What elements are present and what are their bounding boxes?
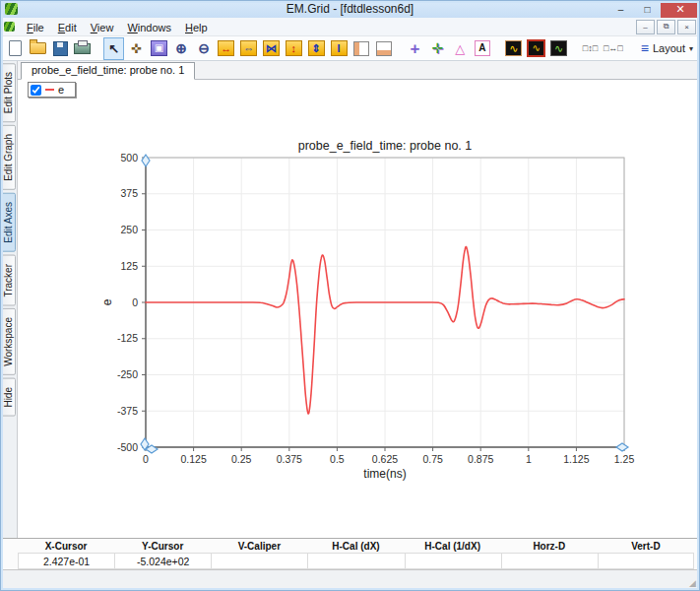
chart-canvas[interactable]: 5003752501250-125-250-375-50000.1250.250… [18,80,700,540]
side-tab-workspace[interactable]: Workspace [1,308,16,375]
side-tab-hide[interactable]: Hide [1,378,16,417]
readout-header: Y-Cursor [114,539,211,553]
readout-col-v-caliper: V-Caliper [211,539,307,569]
x-tick-label: 0.625 [372,453,398,465]
close-button[interactable]: ✕ [661,0,700,18]
side-tab-edit-axes[interactable]: Edit Axes [1,193,16,252]
tab-probe-e-field-time[interactable]: probe_e_field_time: probe no. 1 [21,62,195,80]
y-tick-label: -375 [117,405,138,417]
stretch-x-icon[interactable]: ⇔ [238,37,259,60]
plot-multi-icon[interactable]: ∿ [548,37,569,60]
x-axis-label: time(ns) [363,467,406,481]
dropdown-caret-icon: ▾ [689,44,693,53]
side-tab-edit-plots[interactable]: Edit Plots [1,63,16,122]
readout-header: X-Cursor [18,539,114,553]
y-tick-label: 0 [132,296,138,308]
menu-view[interactable]: View [84,21,121,34]
chart-title: probe_e_field_time: probe no. 1 [298,139,473,153]
mdi-minimize-button[interactable]: – [636,20,655,34]
text-label-icon[interactable]: A [473,37,493,60]
compress-x-icon[interactable]: ⋈ [261,37,282,60]
y-tick-label: 375 [120,187,138,199]
menu-items: FileEditViewWindowsHelp [20,18,215,35]
select-arrow-icon[interactable]: ↖ [103,37,124,60]
x-tick-label: 0.5 [330,453,345,465]
cursor-readout-bar: X-Cursor2.427e-01Y-Cursor-5.024e+02V-Cal… [0,538,700,569]
print-icon[interactable] [72,37,93,60]
expand-x-icon[interactable]: ↔ [216,37,236,60]
y-tick-label: -500 [117,441,138,453]
zoom-in-icon[interactable]: ⊕ [171,37,192,60]
title-bar: EM.Grid - [fdtdlesson6d] – □ ✕ [0,0,700,18]
readout-value [598,553,694,569]
readout-header: Vert-D [598,539,694,553]
mdi-restore-button[interactable]: ⧉ [657,20,675,34]
readout-col-horz-d: Horz-D [501,539,598,569]
readout-col-h-cal-1-dx: H-Cal (1/dX) [405,539,501,569]
x-tick-label: 0.875 [468,453,493,465]
side-tab-strip: Edit PlotsEdit GraphEdit AxesTrackerWork… [0,61,18,538]
maximize-button[interactable]: □ [634,0,661,18]
legend-line-sample [45,89,54,91]
horizontal-spacing-icon[interactable]: □↔□ [603,37,624,60]
axis-handle-icon [142,155,150,166]
window-title: EM.Grid - [fdtdlesson6d] [0,2,700,16]
toolbar: ↖✜▣⊕⊖↔⇔⋈↕⇕I+✛△A∿∿∿□↕□□↔□≡Layout▾ [0,36,700,61]
crosshair-icon[interactable]: + [405,37,425,60]
axis-handle-icon [616,443,628,451]
mdi-close-button[interactable]: × [677,20,696,34]
readout-value: 2.427e-01 [18,553,114,569]
readout-header: Horz-D [501,539,598,553]
x-tick-label: 0.25 [231,453,252,465]
axes-icon[interactable]: ✛ [427,37,448,60]
readout-col-vert-d: Vert-D [598,539,694,569]
menu-file[interactable]: File [20,21,51,34]
readout-value [307,553,404,569]
readout-value [501,553,598,569]
layout-bars-icon: ≡ [641,40,649,56]
pan-hand-icon[interactable]: ✜ [126,37,147,60]
compress-y-icon[interactable]: I [329,37,350,60]
open-file-icon[interactable] [28,37,48,60]
zoom-out-icon[interactable]: ⊖ [194,37,215,60]
readout-header: H-Cal (1/dX) [405,539,501,553]
left-panel-icon[interactable] [350,37,371,60]
save-icon[interactable] [50,37,71,60]
x-tick-label: 0.125 [180,453,206,465]
bottom-panel-icon[interactable] [373,37,394,60]
x-tick-label: 1.25 [614,453,635,465]
app-logo-icon [5,3,18,15]
expand-y-icon[interactable]: ↕ [284,37,304,60]
readout-header: V-Caliper [211,539,307,553]
y-axis-label: e [100,298,114,305]
legend-checkbox[interactable] [31,85,41,96]
layout-button[interactable]: ≡Layout▾ [635,37,699,60]
readout-col-x-cursor: X-Cursor2.427e-01 [18,539,114,569]
vertical-spacing-icon[interactable]: □↕□ [580,37,601,60]
plot-style-icon[interactable]: ∿ [503,37,524,60]
plot-dark-icon[interactable]: ∿ [526,37,546,60]
new-file-icon[interactable] [5,37,26,60]
resize-grip-icon[interactable]: ◢ [689,578,696,588]
minimize-button[interactable]: – [607,0,634,18]
readout-value [405,553,501,569]
angle-marker-icon[interactable]: △ [450,37,471,60]
menu-edit[interactable]: Edit [51,21,84,34]
menu-help[interactable]: Help [178,21,215,34]
zoom-region-icon[interactable]: ▣ [149,37,169,60]
stretch-y-icon[interactable]: ⇕ [306,37,327,60]
side-tab-tracker[interactable]: Tracker [1,255,16,306]
side-tab-edit-graph[interactable]: Edit Graph [1,125,16,190]
menu-bar: FileEditViewWindowsHelp – ⧉ × [0,18,700,36]
layout-label: Layout [653,42,685,54]
status-strip: ◢ [0,569,700,591]
x-tick-label: 1 [526,453,532,465]
y-tick-label: -125 [117,332,138,344]
y-tick-label: -250 [117,368,138,380]
y-tick-label: 500 [120,152,138,164]
menu-windows[interactable]: Windows [120,21,178,34]
readout-value: -5.024e+02 [114,553,211,569]
x-tick-label: 0.375 [277,453,302,465]
y-tick-label: 250 [120,224,138,235]
readout-col-h-cal-dx: H-Cal (dX) [307,539,404,569]
